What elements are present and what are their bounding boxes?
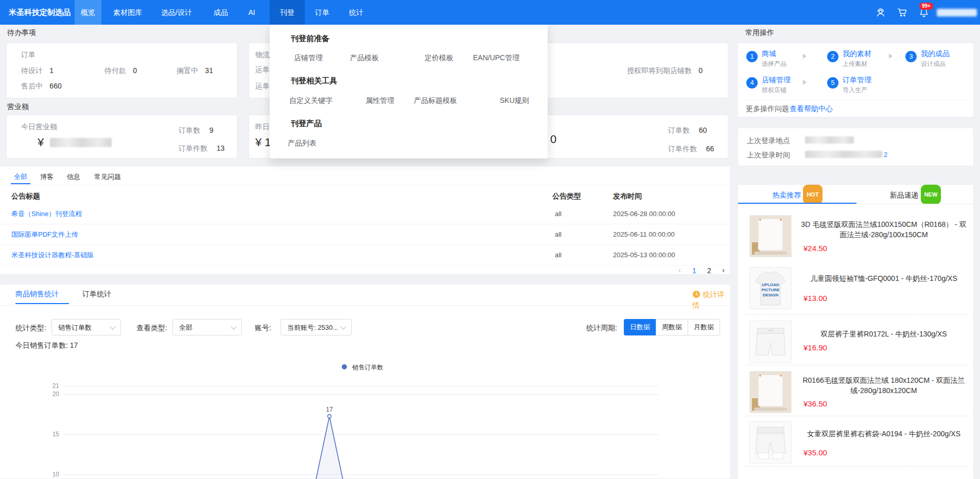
- login-info-card: 上次登录地点 上次登录时间 2: [738, 128, 974, 166]
- filter-view-label: 查看类型:: [136, 324, 167, 333]
- notification-count-badge: 99+: [919, 3, 933, 10]
- ann-tab-info[interactable]: 信息: [67, 172, 80, 182]
- announcement-row[interactable]: 希音（Shine）刊登流程 all 2025-06-28 00:00:00: [0, 203, 730, 224]
- recommend-panel: 热卖推荐HOT 新品速递NEW 3D 毛毯竖版双面法兰绒100X150CM（R0…: [738, 184, 974, 479]
- divider: [738, 204, 974, 204]
- stats-tab-product-sales[interactable]: 商品销售统计: [15, 290, 59, 299]
- svg-text:DESIGN: DESIGN: [763, 293, 779, 297]
- pagination-prev[interactable]: ‹: [678, 266, 681, 274]
- pagination-page-1[interactable]: 1: [692, 267, 696, 275]
- step-link-order-management[interactable]: 订单管理: [843, 76, 871, 85]
- product-card[interactable]: 双层裤子里裤R0172L - 牛奶丝-130g/XS ¥16.90: [745, 318, 968, 370]
- product-card[interactable]: R0166毛毯竖版双面法兰绒 180x120CM - 双面法兰绒-280g/18…: [745, 369, 968, 420]
- username-redacted[interactable]: [937, 9, 977, 16]
- third-revenue-amount-fragment: 0: [550, 133, 556, 146]
- product-title[interactable]: 女童双层裤里裤右裤袋-A0194 - 牛奶丝-200g/XS: [798, 429, 969, 439]
- announcement-link[interactable]: 国际面单PDF文件上传: [11, 230, 78, 239]
- stat-type-select[interactable]: 销售订单数: [51, 319, 121, 335]
- menu-item-store-management[interactable]: 店铺管理: [294, 54, 323, 63]
- product-title[interactable]: 3D 毛毯竖版双面法兰绒100X150CM（R0168） - 双面法兰绒-280…: [798, 219, 969, 240]
- third-item-count: 订单件数 66: [668, 144, 714, 154]
- announcement-link[interactable]: 希音（Shine）刊登流程: [11, 209, 82, 219]
- support-icon[interactable]: [875, 7, 886, 18]
- stat-on-hold[interactable]: 搁置中 31: [177, 66, 213, 76]
- nav-tab-ai[interactable]: AI: [240, 0, 264, 25]
- product-image-shorts: [749, 421, 792, 464]
- today-sales-summary: 今日销售订单数: 17: [15, 341, 78, 350]
- step-link-my-products[interactable]: 我的成品: [921, 49, 950, 59]
- nav-tab-selection-design[interactable]: 选品/设计: [154, 0, 199, 25]
- step-subtitle: 上传素材: [843, 60, 867, 68]
- stats-tab-orders[interactable]: 订单统计: [82, 290, 111, 299]
- third-order-count: 订单数 60: [668, 126, 707, 135]
- ann-tab-all[interactable]: 全部: [14, 172, 27, 182]
- logistics-row-fragment: 运单: [255, 65, 270, 75]
- login-time-redacted: [805, 151, 882, 158]
- today-revenue-currency: ¥: [38, 136, 44, 149]
- nav-tab-overview[interactable]: 概览: [75, 0, 101, 25]
- product-title[interactable]: 双层裤子里裤R0172L - 牛奶丝-130g/XS: [798, 329, 969, 339]
- menu-item-sku-rules[interactable]: SKU规则: [500, 96, 529, 105]
- product-card[interactable]: UPLOAD PICTURE DESIGN 儿童圆领短袖T恤-GFQ0001 -…: [745, 265, 968, 316]
- announcement-row[interactable]: 国际面单PDF文件上传 all 2025-06-11 00:00:00: [0, 224, 730, 245]
- view-type-select[interactable]: 全部: [172, 319, 242, 335]
- menu-item-product-list[interactable]: 产品列表: [288, 139, 317, 148]
- today-revenue-label: 今日营业额: [21, 122, 57, 132]
- chevron-down-icon: [231, 324, 236, 329]
- tab-hot-recommend[interactable]: 热卖推荐HOT: [738, 185, 856, 203]
- nav-tab-material-library[interactable]: 素材图库: [106, 0, 149, 25]
- announcement-row[interactable]: 米圣科技设计器教程-基础版 all 2025-05-13 00:00:00: [0, 244, 730, 265]
- product-price: ¥24.50: [803, 244, 827, 253]
- product-title[interactable]: 儿童圆领短袖T恤-GFQ0001 - 牛奶丝-170g/XS: [798, 273, 969, 283]
- nav-tab-orders[interactable]: 订单: [309, 0, 336, 25]
- product-card[interactable]: 3D 毛毯竖版双面法兰绒100X150CM（R0168） - 双面法兰绒-280…: [745, 213, 968, 264]
- account-value: 当前账号: 2530...: [287, 323, 338, 332]
- y-tick: 21: [44, 382, 59, 389]
- nav-tab-finished-products[interactable]: 成品: [206, 0, 236, 25]
- ann-tab-faq[interactable]: 常见问题: [94, 172, 121, 182]
- step-link-store-management[interactable]: 店铺管理: [762, 76, 791, 85]
- filter-account-label: 账号:: [255, 324, 271, 333]
- stats-detail-link[interactable]: 统计详情: [692, 290, 730, 310]
- product-title[interactable]: R0166毛毯竖版双面法兰绒 180x120CM - 双面法兰绒-280g/18…: [798, 375, 969, 396]
- stat-pending-design[interactable]: 待设计 1: [21, 66, 54, 76]
- nav-tab-publish[interactable]: 刊登: [270, 0, 305, 25]
- ann-tab-blog[interactable]: 博客: [40, 172, 54, 182]
- chevron-down-icon: [340, 324, 346, 329]
- today-order-count: 订单数 9: [179, 126, 214, 135]
- tab-label: 新品速递: [890, 191, 919, 199]
- product-card[interactable]: 女童双层裤里裤右裤袋-A0194 - 牛奶丝-200g/XS ¥35.00: [745, 419, 968, 471]
- period-month-button[interactable]: 月数据: [688, 319, 720, 335]
- period-week-button[interactable]: 周数据: [656, 319, 688, 335]
- tab-new-arrivals[interactable]: 新品速递NEW: [856, 185, 974, 203]
- svg-text:PICTURE: PICTURE: [761, 288, 780, 292]
- cart-icon[interactable]: [897, 7, 908, 18]
- period-day-button[interactable]: 日数据: [624, 319, 656, 335]
- menu-item-product-template[interactable]: 产品模板: [350, 54, 379, 63]
- menu-item-ean-upc[interactable]: EAN/UPC管理: [473, 54, 519, 63]
- step-link-mall[interactable]: 商城: [762, 49, 776, 59]
- pagination-page-2[interactable]: 2: [707, 267, 711, 275]
- pagination-next[interactable]: ›: [722, 266, 725, 274]
- sales-line-chart[interactable]: [63, 379, 659, 479]
- chart-legend[interactable]: 销售订单数: [342, 362, 383, 372]
- brand-logo[interactable]: 米圣科技定制选品: [9, 0, 71, 25]
- menu-item-title-template[interactable]: 产品标题模板: [414, 96, 457, 105]
- menu-item-pricing-template[interactable]: 定价模板: [425, 54, 453, 63]
- announcement-time: 2025-06-11 00:00:00: [613, 230, 675, 238]
- stat-expiring-shops[interactable]: 授权即将到期店铺数 0: [627, 66, 703, 76]
- step-link-my-materials[interactable]: 我的素材: [843, 49, 871, 59]
- menu-item-attribute-management[interactable]: 属性管理: [365, 96, 394, 105]
- svg-text:UPLOAD: UPLOAD: [762, 282, 779, 287]
- stat-pending-payment[interactable]: 待付款 0: [104, 66, 137, 76]
- account-select[interactable]: 当前账号: 2530...: [281, 319, 352, 335]
- nav-tab-statistics[interactable]: 统计: [343, 0, 370, 25]
- help-center-link[interactable]: 查看帮助中心: [790, 104, 833, 114]
- todo-orders-card: 订单 待设计 1 待付款 0 搁置中 31 售后中 660: [6, 43, 237, 98]
- announcement-link[interactable]: 米圣科技设计器教程-基础版: [11, 251, 94, 260]
- menu-item-custom-keywords[interactable]: 自定义关键字: [289, 96, 332, 105]
- stat-after-sale[interactable]: 售后中 660: [21, 81, 62, 91]
- logistics-row-fragment: 运单: [255, 82, 270, 91]
- peak-point-marker: [328, 415, 331, 418]
- new-badge: NEW: [921, 185, 941, 204]
